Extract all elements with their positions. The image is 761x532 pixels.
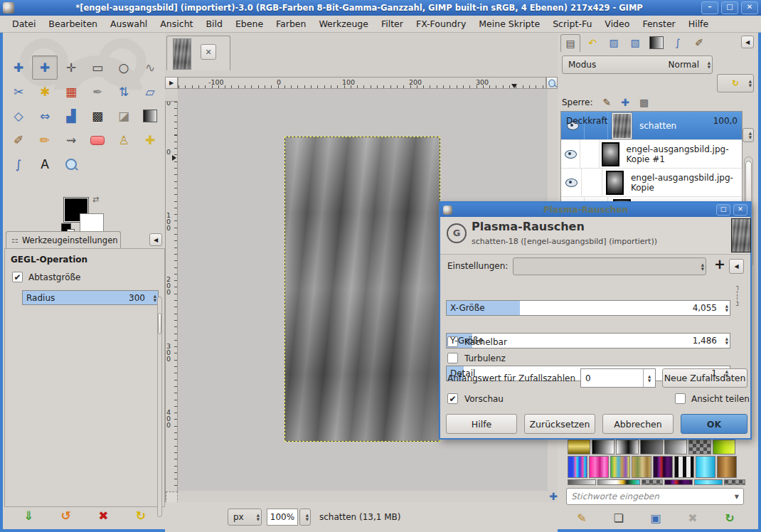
close-button[interactable]: ✕ <box>741 1 758 14</box>
palette-button[interactable]: ✖ <box>677 509 708 527</box>
gradient-swatch[interactable] <box>589 456 609 478</box>
tool-button[interactable]: ▱ <box>137 80 163 104</box>
gradient-swatch[interactable] <box>674 456 694 478</box>
tool-button[interactable]: ✂ <box>6 80 31 104</box>
parameter-slider[interactable]: X-Größe 4,055 ▲▼ <box>446 300 730 316</box>
menu-item[interactable]: Meine Skripte <box>472 16 546 31</box>
slider-spinner[interactable]: ▲▼ <box>725 301 728 315</box>
tool-button[interactable]: ⇝ <box>58 128 84 152</box>
tool-button[interactable] <box>58 152 84 176</box>
lock-icon[interactable]: ▩ <box>639 97 649 108</box>
menu-item[interactable]: Auswahl <box>104 16 154 31</box>
tool-options-menu-button[interactable]: ◀ <box>149 233 162 246</box>
menu-item[interactable]: Datei <box>6 16 42 31</box>
gradient-swatch[interactable] <box>568 440 590 454</box>
gradient-swatch[interactable] <box>664 479 693 485</box>
menu-item[interactable]: Script-Fu <box>546 16 598 31</box>
gradient-swatch[interactable] <box>610 456 630 478</box>
tool-button[interactable]: ◇ <box>6 104 31 128</box>
ruler-corner-menu-button[interactable]: ▶ <box>165 77 178 89</box>
tool-button[interactable]: ◪ <box>111 104 137 128</box>
palette-button[interactable]: ↻ <box>714 509 745 527</box>
dialog-close-button[interactable]: ✕ <box>733 204 747 216</box>
footer-button[interactable]: ↺ <box>52 506 80 525</box>
presets-menu-button[interactable]: ◀ <box>729 259 744 274</box>
gradient-swatch[interactable] <box>568 479 596 485</box>
menu-item[interactable]: Ansicht <box>154 16 199 31</box>
reset-button[interactable]: Zurücksetzen <box>524 414 595 434</box>
gradient-swatch[interactable] <box>642 479 663 485</box>
gradient-swatch[interactable] <box>592 440 614 454</box>
tool-options-scrollbar[interactable] <box>157 297 162 517</box>
gradient-swatch[interactable] <box>688 440 711 454</box>
dock-tab[interactable]: ▤ <box>560 34 580 52</box>
image-tab[interactable]: ✕ <box>166 36 230 70</box>
tool-button[interactable]: ✐ <box>6 128 31 152</box>
zoom-spinner[interactable]: ▲▼ <box>299 509 311 526</box>
tool-button[interactable]: ✛ <box>58 55 84 80</box>
vertical-ruler[interactable]: -1000100200300400 <box>165 101 178 503</box>
menu-item[interactable]: Bild <box>199 16 228 31</box>
footer-button[interactable]: ↻ <box>127 506 155 525</box>
gradient-swatch[interactable] <box>653 456 673 478</box>
gradient-swatch[interactable] <box>713 440 735 454</box>
menu-item[interactable]: Hilfe <box>682 16 715 31</box>
horizontal-ruler[interactable]: -1000100200300 <box>178 77 546 89</box>
swap-colors-icon[interactable]: ⇄ <box>92 195 99 204</box>
palette-button[interactable]: ✎ <box>566 509 597 527</box>
tool-button[interactable]: ✚ <box>32 55 58 80</box>
lock-icon[interactable]: ✎ <box>602 97 611 108</box>
tool-button[interactable]: ∫ <box>6 152 31 176</box>
menu-item[interactable]: FX-Foundry <box>410 16 472 31</box>
tag-dropdown-arrow[interactable]: ▼ <box>735 494 739 500</box>
new-seed-button[interactable]: Neue Zufallsdaten <box>662 368 747 388</box>
radius-spinner[interactable]: ▲▼ <box>154 291 156 304</box>
tool-button[interactable]: ✚ <box>137 128 163 152</box>
split-view-checkbox[interactable] <box>675 393 686 404</box>
menu-item[interactable]: Farben <box>270 16 312 31</box>
menu-item[interactable]: Fenster <box>636 16 681 31</box>
visibility-eye-icon[interactable] <box>565 179 578 187</box>
gradient-swatch[interactable] <box>694 479 723 485</box>
layer-row[interactable]: engel-ausgangsbild.jpg-Kopie #1 <box>561 140 742 169</box>
cancel-button[interactable]: Abbrechen <box>602 414 674 434</box>
dialog-maximize-button[interactable]: □ <box>716 204 730 216</box>
minimize-button[interactable]: – <box>701 1 718 14</box>
layer-canvas-image[interactable] <box>285 137 440 441</box>
link-cell[interactable] <box>580 140 600 168</box>
sample-size-checkbox[interactable]: ✔ <box>12 272 23 282</box>
menu-item[interactable]: Werkzeuge <box>312 16 375 31</box>
unit-combo[interactable]: px ▲▼ <box>228 509 262 526</box>
opacity-spinner[interactable]: ▲▼ <box>743 128 754 142</box>
dock-tab[interactable]: ▨ <box>605 34 623 51</box>
presets-combo[interactable]: ▲▼ <box>513 257 706 275</box>
preview-checkbox[interactable]: ✔ <box>447 393 458 404</box>
dialog-title-bar[interactable]: Plasma-Rauschen □ ✕ <box>440 203 750 217</box>
mode-switch-button[interactable]: ↻ ▲▼ <box>717 74 754 92</box>
tool-button[interactable]: ✱ <box>32 80 58 104</box>
tool-button[interactable]: ▩ <box>85 104 110 128</box>
zoom-input[interactable]: 100% <box>267 509 298 526</box>
menu-item[interactable]: Video <box>598 16 636 31</box>
gradient-swatch[interactable] <box>616 440 639 454</box>
tool-button[interactable]: ✚ <box>6 55 31 80</box>
dock-tab[interactable]: ∫ <box>669 34 687 51</box>
tool-button[interactable]: ▟ <box>58 104 84 128</box>
footer-button[interactable]: ⇓ <box>14 506 43 525</box>
dock-tab[interactable]: ↶ <box>583 34 602 51</box>
layer-mode-combo[interactable]: Modus Normal ▲▼ <box>562 55 713 74</box>
tool-button[interactable]: ✏ <box>32 128 58 152</box>
tool-button[interactable]: ▭ <box>85 55 110 80</box>
gradient-swatch[interactable] <box>632 456 651 478</box>
zoom-follow-window-button[interactable] <box>546 77 558 89</box>
maximize-button[interactable]: □ <box>721 1 738 14</box>
tool-button[interactable]: ⇔ <box>32 104 58 128</box>
tool-button[interactable]: ○ <box>111 55 137 80</box>
tool-button[interactable]: ∿ <box>137 55 163 80</box>
gradient-swatch[interactable] <box>597 479 640 485</box>
tool-button[interactable]: ♙ <box>111 128 137 152</box>
gradient-swatch[interactable] <box>568 456 587 478</box>
tool-button[interactable]: ✒ <box>85 80 110 104</box>
add-preset-button[interactable]: + <box>714 256 725 272</box>
tool-button[interactable]: ⇅ <box>111 80 137 104</box>
